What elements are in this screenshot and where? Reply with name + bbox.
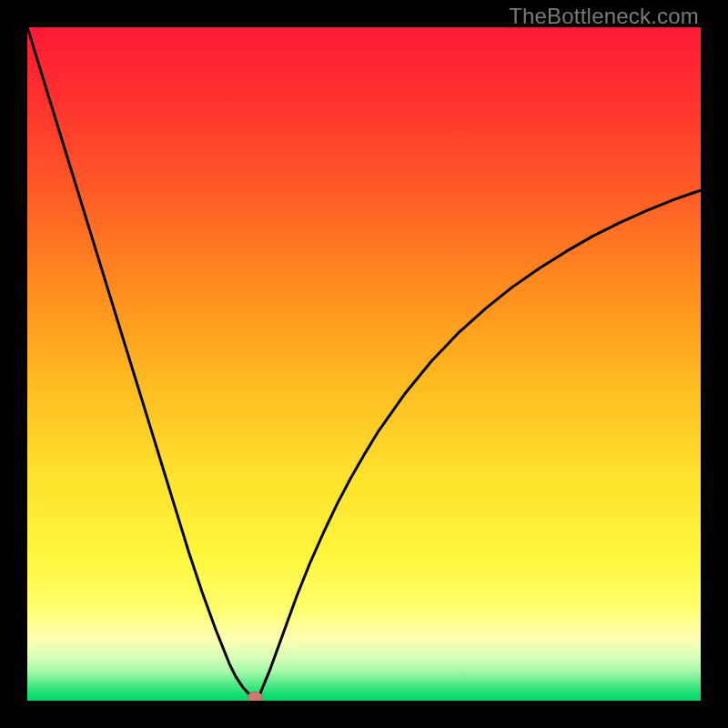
minimum-marker [248,692,262,701]
chart-frame [27,27,701,701]
watermark-text: TheBottleneck.com [509,4,699,29]
bottleneck-chart [27,27,701,701]
heatmap-background [27,27,701,701]
